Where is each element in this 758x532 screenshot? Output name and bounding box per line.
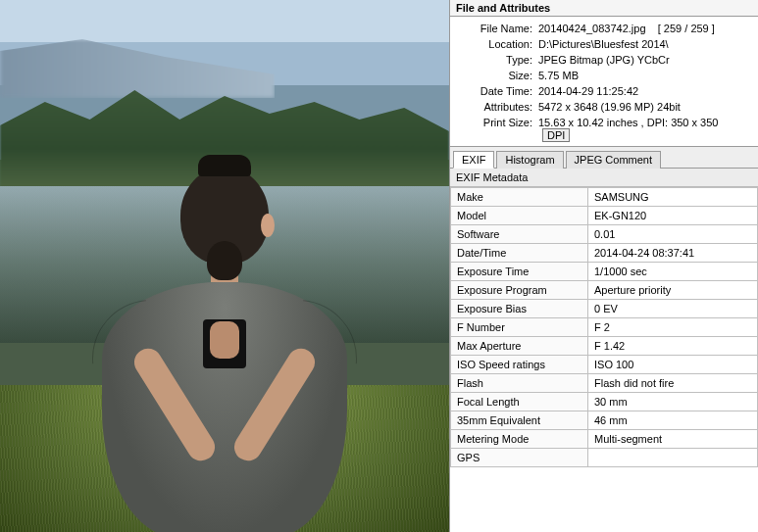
table-row[interactable]: ModelEK-GN120 [451,207,758,225]
exif-value: EK-GN120 [588,207,758,225]
exif-table: MakeSAMSUNGModelEK-GN120Software0.01Date… [450,187,758,467]
subject-hands [210,321,239,359]
attr-row-attributes: Attributes: 5472 x 3648 (19.96 MP) 24bit [456,99,752,115]
exif-value: 0.01 [588,225,758,244]
tab-jpeg-comment[interactable]: JPEG Comment [566,151,661,169]
exif-key: F Number [451,318,588,337]
subject-torso [102,282,347,532]
exif-value: 30 mm [588,393,758,411]
sunglasses-icon [198,155,251,176]
file-attributes-header: File and Attributes [450,0,758,17]
metadata-panel: File and Attributes File Name: 20140424_… [449,0,758,532]
exif-key: Date/Time [451,244,588,263]
filename-text: 20140424_083742.jpg [538,23,646,34]
file-index: [ 259 / 259 ] [658,23,715,34]
attr-label: Print Size: [456,117,538,142]
table-row[interactable]: 35mm Equivalent46 mm [451,411,758,430]
table-row[interactable]: FlashFlash did not fire [451,374,758,393]
table-row[interactable]: Exposure Bias0 EV [451,300,758,318]
attr-label: File Name: [456,23,538,34]
exif-metadata-header: EXIF Metadata [450,169,758,187]
attr-value: 2014-04-29 11:25:42 [538,85,752,97]
exif-key: ISO Speed ratings [451,356,588,374]
attr-row-size: Size: 5.75 MB [456,68,752,83]
table-row[interactable]: Exposure ProgramAperture priority [451,281,758,300]
exif-key: 35mm Equivalent [451,411,588,430]
table-row[interactable]: Metering ModeMulti-segment [451,430,758,449]
exif-value: 0 EV [588,300,758,318]
subject-head [180,167,269,265]
exif-value: F 2 [588,318,758,337]
exif-key: Make [451,188,588,207]
metadata-tabstrip: EXIF Histogram JPEG Comment [450,146,758,169]
attr-value: 5.75 MB [538,70,752,81]
table-row[interactable]: GPS [451,449,758,467]
table-row[interactable]: Exposure Time1/1000 sec [451,263,758,281]
exif-value: 1/1000 sec [588,263,758,281]
table-row[interactable]: MakeSAMSUNG [451,188,758,207]
attr-value: 20140424_083742.jpg [ 259 / 259 ] [538,23,752,34]
exif-value: Aperture priority [588,281,758,300]
attr-row-location: Location: D:\Pictures\Bluesfest 2014\ [456,36,752,52]
tab-histogram[interactable]: Histogram [496,151,563,169]
dpi-button[interactable]: DPI [542,128,570,142]
attr-value: D:\Pictures\Bluesfest 2014\ [538,38,752,50]
exif-value: SAMSUNG [588,188,758,207]
exif-key: GPS [451,449,588,467]
exif-value: F 1.42 [588,337,758,356]
bg-mountain [0,39,275,98]
exif-table-container[interactable]: MakeSAMSUNGModelEK-GN120Software0.01Date… [450,187,758,532]
attr-row-filename: File Name: 20140424_083742.jpg [ 259 / 2… [456,21,752,36]
attr-row-printsize: Print Size: 15.63 x 10.42 inches , DPI: … [456,115,752,144]
exif-value [588,449,758,467]
exif-key: Exposure Time [451,263,588,281]
table-row[interactable]: Date/Time2014-04-24 08:37:41 [451,244,758,263]
exif-key: Exposure Program [451,281,588,300]
exif-value: 46 mm [588,411,758,430]
attr-label: Size: [456,70,538,81]
table-row[interactable]: Focal Length30 mm [451,393,758,411]
attr-value: JPEG Bitmap (JPG) YCbCr [538,54,752,66]
attr-label: Location: [456,38,538,50]
table-row[interactable]: F NumberF 2 [451,318,758,337]
table-row[interactable]: ISO Speed ratingsISO 100 [451,356,758,374]
image-preview[interactable] [0,0,449,532]
attr-label: Type: [456,54,538,66]
attr-value: 5472 x 3648 (19.96 MP) 24bit [538,101,752,113]
exif-value: 2014-04-24 08:37:41 [588,244,758,263]
table-row[interactable]: Software0.01 [451,225,758,244]
attr-row-datetime: Date Time: 2014-04-29 11:25:42 [456,83,752,99]
exif-key: Flash [451,374,588,393]
exif-key: Focal Length [451,393,588,411]
exif-value: Multi-segment [588,430,758,449]
exif-key: Max Aperture [451,337,588,356]
attr-row-type: Type: JPEG Bitmap (JPG) YCbCr [456,52,752,68]
table-row[interactable]: Max ApertureF 1.42 [451,337,758,356]
subject-hair-bun [207,241,242,280]
exif-key: Software [451,225,588,244]
tab-exif[interactable]: EXIF [453,151,494,169]
exif-key: Exposure Bias [451,300,588,318]
exif-value: Flash did not fire [588,374,758,393]
subject-person [97,167,352,509]
attr-label: Date Time: [456,85,538,97]
exif-value: ISO 100 [588,356,758,374]
exif-key: Metering Mode [451,430,588,449]
attr-label: Attributes: [456,101,538,113]
attr-value: 15.63 x 10.42 inches , DPI: 350 x 350 DP… [538,117,752,142]
subject-ear [261,214,275,237]
exif-key: Model [451,207,588,225]
printsize-text: 15.63 x 10.42 inches , DPI: 350 x 350 [538,117,718,128]
file-attributes: File Name: 20140424_083742.jpg [ 259 / 2… [450,17,758,146]
